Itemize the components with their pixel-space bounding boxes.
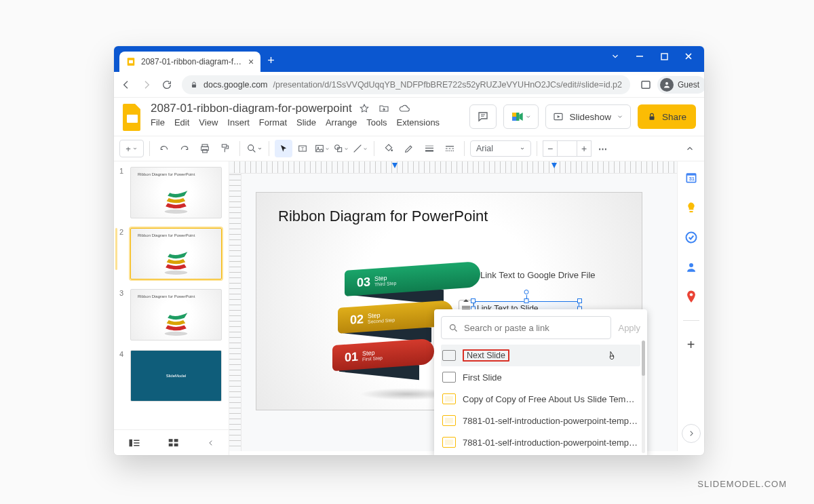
font-size-control[interactable]: − + [543,140,592,157]
star-icon[interactable] [359,103,370,114]
zoom-button[interactable] [246,140,263,157]
slides-app-icon[interactable] [121,102,144,133]
menu-view[interactable]: View [199,117,218,128]
slides-doc-icon [442,393,456,404]
textbox-tool-button[interactable]: T [294,140,311,157]
menu-format[interactable]: Format [259,117,287,128]
font-size-value[interactable] [558,140,577,157]
maps-app-icon[interactable] [684,290,698,304]
shape-tool-button[interactable] [332,140,349,157]
border-dash-button[interactable] [441,140,459,157]
tab-close-button[interactable]: × [248,56,254,67]
rotation-handle[interactable] [524,290,529,294]
border-color-button[interactable] [400,140,418,157]
collapse-thumbnails-button[interactable] [208,439,214,447]
tab-title: 2087-01-ribbon-diagram-for-po [141,57,243,66]
new-tab-button[interactable]: + [267,54,275,68]
fill-color-button[interactable] [380,140,398,157]
svg-point-25 [334,145,339,150]
link-text-drive[interactable]: Link Text to Google Drive File [480,270,596,280]
slideshow-button[interactable]: Slideshow [545,104,631,129]
paint-format-button[interactable] [216,140,234,157]
nav-reload-button[interactable] [161,79,172,91]
undo-button[interactable] [155,140,173,157]
svg-rect-49 [169,439,173,442]
selection-handle[interactable] [471,298,476,303]
font-family-select[interactable]: Arial [470,140,531,157]
url-omnibox[interactable]: docs.google.com/presentation/d/1SsVVQdUq… [182,75,630,94]
link-option-label: 7881-01-self-introduction-powerpoint-tem… [463,438,639,448]
cloud-status-icon[interactable] [398,103,410,114]
meet-button[interactable] [503,104,539,129]
move-folder-icon[interactable] [378,103,390,114]
chevron-down-icon [257,146,263,151]
vertical-ruler [229,174,241,451]
font-size-decrease[interactable]: − [543,140,558,157]
menu-tools[interactable]: Tools [366,117,387,128]
svg-rect-4 [192,84,196,88]
extensions-icon[interactable] [640,79,652,91]
link-option-doc-3[interactable]: 7881-01-self-introduction-powerpoint-tem… [441,431,640,453]
menu-file[interactable]: File [151,117,165,128]
thumbnail-3[interactable]: Ribbon Diagram for PowerPoint [130,289,222,341]
font-size-increase[interactable]: + [577,140,592,157]
keep-app-icon[interactable] [684,201,698,214]
thumbnail-view-switcher [114,429,229,455]
svg-rect-41 [689,211,693,212]
profile-chip[interactable]: Guest [657,76,704,94]
menu-slide[interactable]: Slide [296,117,316,128]
comments-button[interactable] [469,104,497,129]
url-host: docs.google.com [204,80,268,90]
add-addon-button[interactable]: + [687,337,695,353]
menu-arrange[interactable]: Arrange [326,117,357,128]
side-panel: 31 + [677,161,704,451]
link-option-next-slide[interactable]: Next Slide [441,345,640,366]
nav-back-button[interactable] [121,79,132,91]
window-minimize-button[interactable] [628,46,651,66]
thumbnail-1[interactable]: Ribbon Diagram for PowerPoint [130,167,222,218]
new-slide-button[interactable]: + [119,140,144,157]
more-tools-button[interactable]: ⋯ [594,140,612,157]
select-tool-button[interactable] [275,140,292,157]
grid-view-button[interactable] [168,438,179,448]
print-button[interactable] [196,140,214,157]
thumbnail-panel[interactable]: 1 Ribbon Diagram for PowerPoint 2 Ribbon… [114,161,229,451]
line-tool-button[interactable] [351,140,368,157]
share-button[interactable]: Share [638,104,696,129]
window-maximize-button[interactable] [653,46,676,66]
popup-scrollbar[interactable] [642,341,645,453]
menu-extensions[interactable]: Extensions [397,117,440,128]
redo-button[interactable] [176,140,193,157]
tasks-app-icon[interactable] [684,231,698,244]
thumbnail-4[interactable]: SlideModel [130,350,222,402]
svg-rect-5 [642,81,650,88]
link-option-first-slide[interactable]: First Slide [441,366,640,388]
calendar-app-icon[interactable]: 31 [684,171,698,185]
menu-insert[interactable]: Insert [227,117,250,128]
svg-rect-17 [203,149,208,153]
collapse-toolbar-button[interactable] [681,140,699,157]
link-option-doc-2[interactable]: 7881-01-self-introduction-powerpoint-tem… [441,410,640,431]
link-option-label: Copy of Copy of Free About Us Slide Temp… [463,394,639,404]
svg-point-35 [165,210,188,214]
window-close-button[interactable] [677,46,700,66]
filmstrip-view-button[interactable] [128,438,140,448]
image-tool-button[interactable] [313,140,330,157]
svg-line-54 [454,329,457,331]
link-search-input[interactable]: Search or paste a link [441,316,611,339]
doc-title[interactable]: 2087-01-ribbon-diagram-for-powerpoint [151,102,352,115]
contacts-app-icon[interactable] [684,260,698,274]
thumbnail-2[interactable]: Ribbon Diagram for PowerPoint [130,228,222,279]
link-search-placeholder: Search or paste a link [464,323,549,333]
browser-tab[interactable]: 2087-01-ribbon-diagram-for-po × [119,52,260,72]
selection-handle[interactable] [524,298,529,303]
expand-side-panel-button[interactable] [682,424,701,443]
window-chevron-button[interactable] [604,46,627,66]
border-weight-button[interactable] [421,140,438,157]
link-option-doc-1[interactable]: Copy of Copy of Free About Us Slide Temp… [441,388,640,410]
pointer-cursor-icon [606,350,617,362]
link-apply-button[interactable]: Apply [618,323,640,333]
selection-handle[interactable] [577,298,582,303]
nav-forward-button[interactable] [141,79,152,91]
menu-edit[interactable]: Edit [174,117,189,128]
